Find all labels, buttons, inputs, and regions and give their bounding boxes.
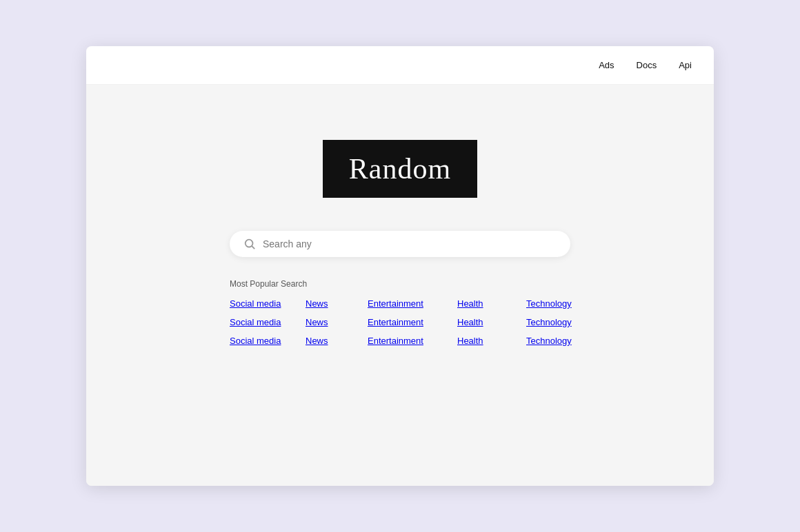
popular-link-news-0[interactable]: News <box>306 298 368 309</box>
ads-link[interactable]: Ads <box>599 60 614 70</box>
api-link[interactable]: Api <box>679 60 692 70</box>
popular-row-0: Social mediaNewsEntertainmentHealthTechn… <box>230 298 570 309</box>
svg-line-1 <box>252 246 254 249</box>
svg-point-0 <box>246 240 253 247</box>
navbar: AdsDocsApi <box>86 46 714 85</box>
popular-link-health-2[interactable]: Health <box>457 336 526 346</box>
popular-section: Most Popular Search Social mediaNewsEnte… <box>230 279 570 354</box>
logo-block: Random <box>323 140 477 198</box>
popular-link-health-0[interactable]: Health <box>457 298 526 309</box>
popular-link-entertainment-2[interactable]: Entertainment <box>368 336 457 346</box>
nav-links: AdsDocsApi <box>599 60 692 70</box>
popular-link-social-media-0[interactable]: Social media <box>230 298 306 309</box>
docs-link[interactable]: Docs <box>637 60 657 70</box>
popular-link-technology-1[interactable]: Technology <box>526 317 595 327</box>
popular-row-1: Social mediaNewsEntertainmentHealthTechn… <box>230 317 570 327</box>
popular-row-2: Social mediaNewsEntertainmentHealthTechn… <box>230 336 570 346</box>
popular-link-news-2[interactable]: News <box>306 336 368 346</box>
search-icon <box>243 238 256 250</box>
popular-link-technology-2[interactable]: Technology <box>526 336 595 346</box>
popular-link-health-1[interactable]: Health <box>457 317 526 327</box>
logo-text: Random <box>349 153 451 185</box>
popular-link-social-media-2[interactable]: Social media <box>230 336 306 346</box>
search-bar[interactable] <box>230 231 570 257</box>
popular-rows-container: Social mediaNewsEntertainmentHealthTechn… <box>230 298 570 346</box>
popular-link-news-1[interactable]: News <box>306 317 368 327</box>
popular-link-technology-0[interactable]: Technology <box>526 298 595 309</box>
search-input[interactable] <box>263 238 557 249</box>
popular-link-social-media-1[interactable]: Social media <box>230 317 306 327</box>
popular-label: Most Popular Search <box>230 279 570 289</box>
popular-link-entertainment-0[interactable]: Entertainment <box>368 298 457 309</box>
browser-window: AdsDocsApi Random Most Popular Search So… <box>86 46 714 486</box>
popular-link-entertainment-1[interactable]: Entertainment <box>368 317 457 327</box>
main-content: Random Most Popular Search Social mediaN… <box>86 85 714 486</box>
